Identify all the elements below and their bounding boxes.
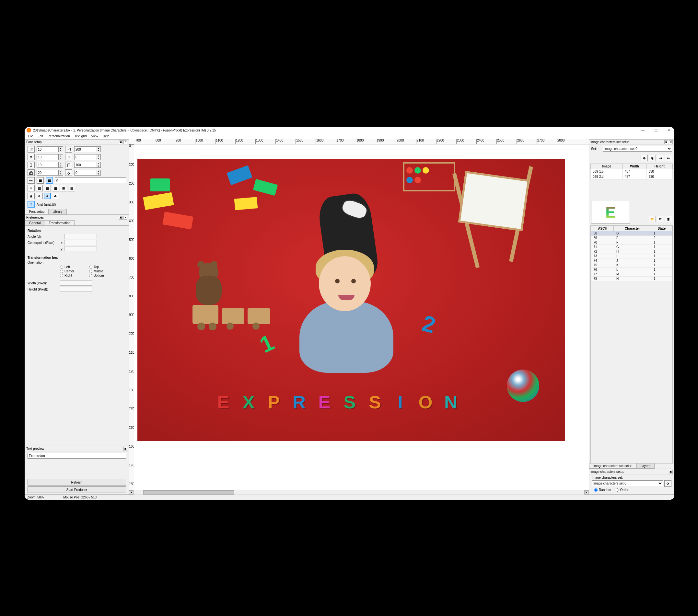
char-row[interactable]: 69E2 (591, 236, 672, 240)
font-height-input[interactable] (37, 146, 59, 152)
style-6-icon[interactable]: ▤ (68, 185, 75, 191)
panel-float-icon[interactable]: ▣ (664, 140, 668, 144)
width-input[interactable] (60, 281, 92, 286)
orientation-top-radio[interactable]: Top (89, 265, 115, 269)
hash-input[interactable] (55, 177, 126, 183)
centerpoint-label: Centerpoint (Pixel) (28, 241, 60, 244)
baseline-input[interactable] (74, 170, 96, 175)
menubar: FileEditPersonalizationText gridViewHelp (25, 133, 674, 139)
spinner-arrows[interactable]: ▲▼ (96, 146, 101, 152)
setup-set-dropdown[interactable]: Image characters set 0 (592, 480, 663, 486)
text-preview-input[interactable] (28, 453, 126, 459)
style-4-icon[interactable]: ▩ (52, 185, 59, 191)
case-box-icon[interactable]: A (44, 193, 51, 199)
rotation-input[interactable] (37, 154, 59, 160)
character-table[interactable]: ASCIICharacterState 68D169E270F171G172H1… (591, 226, 672, 281)
font-type-icon[interactable]: T (28, 201, 35, 207)
font-width-input[interactable] (74, 146, 96, 152)
menu-file[interactable]: File (26, 134, 35, 138)
tab-general[interactable]: General (25, 220, 45, 226)
menu-text-grid[interactable]: Text grid (73, 134, 89, 138)
case-strike-icon[interactable]: A̶ (52, 193, 59, 199)
char-row[interactable]: 74J1 (591, 258, 672, 263)
menu-view[interactable]: View (89, 134, 100, 138)
random-radio[interactable]: Random (594, 488, 611, 492)
case-lower-icon[interactable]: a (36, 193, 43, 199)
char-row[interactable]: 68D1 (591, 231, 672, 236)
char-row[interactable]: 77M1 (591, 272, 672, 276)
panel-float-icon[interactable]: ▣ (124, 447, 127, 451)
image-row[interactable]: 069-1.tif487630 (591, 169, 673, 174)
angle-input[interactable] (65, 234, 97, 239)
setup-set-label: Image characters set: (592, 476, 671, 479)
char-row[interactable]: 72H1 (591, 249, 672, 254)
maximize-button[interactable]: ☐ (652, 129, 659, 132)
setup-refresh-icon[interactable]: ⟳ (664, 480, 671, 487)
style-2-icon[interactable]: ▥ (36, 185, 43, 191)
tbox-heading: Transformation box (28, 256, 126, 259)
refresh-button[interactable]: Refresh (28, 479, 126, 486)
child-figure (287, 201, 400, 383)
menu-help[interactable]: Help (101, 134, 111, 138)
orientation-bottom-radio[interactable]: Bottom (89, 274, 115, 277)
bold-size-input[interactable] (37, 162, 59, 168)
height-label: Height (Pixel): (28, 288, 60, 291)
align-abc-icon[interactable]: abc (28, 177, 35, 184)
image-row[interactable]: 069-2.tif487630 (591, 174, 673, 180)
panel-float-icon[interactable]: ▣ (669, 470, 673, 474)
spinner-arrows[interactable]: ▲▼ (59, 146, 63, 152)
start-producer-button[interactable]: Start Producer (28, 486, 126, 493)
char-row[interactable]: 78N1 (591, 276, 672, 281)
panel-close-icon[interactable]: ✕ (124, 140, 127, 144)
tab-font-setup[interactable]: Font setup (25, 209, 48, 214)
character-preview: E (591, 201, 630, 224)
skew-input[interactable] (74, 154, 96, 160)
char-delete-icon[interactable]: 🗑 (665, 216, 672, 222)
char-row[interactable]: 71G1 (591, 245, 672, 249)
set-import-icon[interactable]: ⇥ (657, 155, 664, 161)
style-1-icon[interactable]: ≡ (28, 185, 35, 191)
expression-letters: EXPRESSION (212, 389, 462, 415)
orientation-middle-radio[interactable]: Middle (89, 270, 115, 273)
panel-float-icon[interactable]: ▣ (119, 216, 123, 219)
minimize-button[interactable]: — (639, 129, 646, 132)
line-height-input[interactable] (74, 162, 96, 168)
char-refresh-icon[interactable]: ⟳ (657, 216, 664, 222)
centerpoint-y-input[interactable] (65, 246, 97, 251)
char-row[interactable]: 73I1 (591, 254, 672, 258)
tab-set-setup[interactable]: Image characters set setup (589, 463, 637, 469)
menu-edit[interactable]: Edit (36, 134, 45, 138)
char-row[interactable]: 75K1 (591, 263, 672, 268)
char-open-icon[interactable]: 📂 (649, 216, 656, 222)
tab-layers[interactable]: Layers (637, 463, 655, 469)
letter-s: S (338, 389, 361, 415)
tab-transformation[interactable]: Transformation (45, 220, 75, 226)
orientation-right-radio[interactable]: Right (60, 274, 86, 277)
style-3-icon[interactable]: ▦ (44, 185, 51, 191)
panel-close-icon[interactable]: ✕ (124, 216, 127, 219)
order-radio[interactable]: Order (616, 488, 629, 492)
set-dropdown[interactable]: Image characters set 0 (603, 146, 672, 152)
char-row[interactable]: 70F1 (591, 240, 672, 245)
style-5-icon[interactable]: ⊞ (60, 185, 67, 191)
kerning-input[interactable] (37, 170, 59, 175)
set-add-icon[interactable]: ⊕ (641, 155, 648, 161)
tab-library[interactable]: Library (48, 209, 67, 214)
setup-title: Image characters setup (590, 470, 668, 473)
document-viewport[interactable]: 1 2 EXPRESSION (134, 144, 589, 490)
align-grid-icon[interactable]: ▦ (37, 177, 44, 184)
orientation-left-radio[interactable]: Left (60, 265, 86, 269)
set-copy-icon[interactable]: ⎘ (649, 155, 656, 161)
horizontal-scrollbar[interactable]: ◄ ► (129, 490, 589, 495)
menu-personalization[interactable]: Personalization (46, 134, 72, 138)
panel-close-icon[interactable]: ✕ (669, 140, 673, 144)
height-input[interactable] (60, 287, 92, 292)
char-row[interactable]: 76L1 (591, 268, 672, 272)
close-button[interactable]: ✕ (665, 129, 672, 132)
centerpoint-x-input[interactable] (65, 240, 97, 245)
align-left-icon[interactable]: ▤ (46, 177, 53, 184)
panel-float-icon[interactable]: ▣ (119, 140, 123, 144)
case-upper-icon[interactable]: A (28, 193, 35, 199)
set-export-icon[interactable]: ⇤ (665, 155, 672, 161)
orientation-center-radio[interactable]: Center (60, 270, 86, 273)
